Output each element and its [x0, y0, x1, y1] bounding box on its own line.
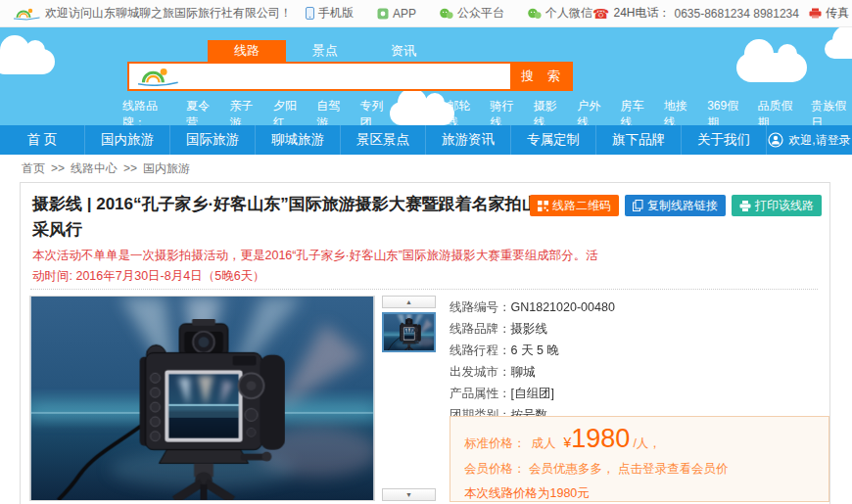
user-icon [768, 132, 783, 148]
qr-code-button[interactable]: 线路二维码 [530, 195, 619, 216]
category-links-row: 线路品牌： 夏令营 亲子游 夕阳红 自驾游 专列团 包机线 邮轮线 骑行线 摄影… [122, 98, 852, 125]
search-input[interactable] [184, 64, 512, 89]
fax-label: 传真： [826, 5, 852, 22]
route-detail-panel: 摄影线 | 2016“孔子家乡·好客山东”国际旅游摄影大赛暨跟着名家拍山东威海采… [20, 182, 830, 504]
member-price-label: 会员价格： [464, 462, 526, 476]
info-row-attribute: 产品属性：[自组团] [450, 388, 615, 400]
main-nav: 首 页 国内旅游 国际旅游 聊城旅游 景区景点 旅游资讯 专属定制 旗下品牌 关… [0, 125, 852, 155]
adult-label: 成人 [532, 435, 556, 452]
category-link[interactable]: 户外线 [577, 98, 607, 125]
thumbnail-scroll-up-button[interactable]: ▲ [382, 296, 436, 308]
category-link[interactable]: 369假期 [707, 98, 744, 125]
printer-icon [739, 201, 751, 211]
app-icon [377, 8, 389, 20]
nav-item-home[interactable]: 首 页 [0, 125, 85, 155]
category-link[interactable]: 包机线 [403, 98, 434, 125]
nav-item-custom[interactable]: 专属定制 [511, 125, 596, 155]
public-platform-link[interactable]: 公众平台 [440, 5, 504, 22]
thumbnail-scroll-down-button[interactable]: ▼ [382, 488, 436, 501]
thumbnail-camera[interactable] [382, 312, 436, 352]
tab-spots[interactable]: 景点 [286, 40, 364, 62]
fax-icon [809, 8, 822, 19]
welcome-text: 欢迎访问山东聊城聊之旅国际旅行社有限公司！ [45, 5, 292, 22]
tab-news[interactable]: 资讯 [364, 40, 443, 62]
route-photo-camera[interactable] [29, 296, 375, 501]
category-link[interactable]: 品质假期 [757, 98, 798, 125]
search-button[interactable]: 搜 索 [510, 64, 571, 89]
info-row-brand: 线路品牌：摄影线 [450, 323, 615, 336]
tab-routes[interactable]: 线路 [208, 40, 286, 62]
nav-item-scenic-spots[interactable]: 景区景点 [341, 125, 426, 155]
activity-notice: 本次活动不单单是一次摄影拍摄活动，更是2016“孔子家乡·好客山东”国际旅游摄影… [32, 246, 600, 287]
banner: 线路 景点 资讯 搜 索 线路品牌： 夏令营 亲子游 夕阳红 自驾游 专列团 包… [0, 27, 852, 125]
copy-icon [633, 200, 643, 211]
category-link[interactable]: 贵族假日 [811, 98, 852, 125]
standard-price-label: 标准价格： [464, 435, 526, 452]
hotline: ☎ 24H电话： 0635-8681234 8981234 [592, 5, 799, 22]
app-link[interactable]: APP [377, 7, 416, 21]
price-amount: 1980 [571, 427, 630, 450]
category-link[interactable]: 摄影线 [534, 98, 564, 125]
currency-symbol: ¥ [564, 435, 572, 450]
phone-icon: ☎ [592, 7, 609, 21]
category-link[interactable]: 自驾游 [316, 98, 347, 125]
category-link[interactable]: 骑行线 [491, 98, 521, 125]
nav-item-travel-news[interactable]: 旅游资讯 [426, 125, 511, 155]
site-logo-icon [12, 5, 41, 23]
mobile-version-link[interactable]: 手机版 [306, 5, 354, 22]
wechat-icon [440, 8, 453, 20]
route-duration: 6 天 5 晚 [511, 344, 559, 357]
info-row-duration: 线路行程：6 天 5 晚 [450, 344, 615, 357]
price-box: 标准价格： 成人 ¥ 1980 /人， 会员价格： 会员优惠多多， 点击登录查看… [450, 416, 829, 502]
category-link[interactable]: 专列团 [360, 98, 391, 125]
personal-wechat-link[interactable]: 个人微信 [528, 5, 592, 22]
copy-link-button[interactable]: 复制线路链接 [625, 195, 726, 216]
price-note: 本次线路价格为1980元 [464, 485, 815, 502]
category-link[interactable]: 邮轮线 [447, 98, 477, 125]
nav-item-international[interactable]: 国际旅游 [170, 125, 256, 155]
breadcrumb-route-center[interactable]: 线路中心 [71, 160, 118, 177]
breadcrumb-domestic[interactable]: 国内旅游 [143, 160, 190, 177]
category-link[interactable]: 夕阳红 [273, 98, 304, 125]
route-info-list: 线路编号：GN1821020-00480 线路品牌：摄影线 线路行程：6 天 5… [450, 301, 615, 431]
wechat-icon [528, 8, 542, 20]
nav-item-brands[interactable]: 旗下品牌 [596, 125, 682, 155]
nav-item-domestic[interactable]: 国内旅游 [85, 125, 170, 155]
breadcrumb-separator: >> [51, 161, 65, 175]
login-to-view-member-price-link[interactable]: 点击登录查看会员价 [618, 462, 729, 476]
print-route-button[interactable]: 打印该线路 [732, 195, 822, 216]
nav-item-about[interactable]: 关于我们 [682, 125, 767, 155]
standard-price-row: 标准价格： 成人 ¥ 1980 /人， [464, 427, 815, 452]
breadcrumb: 首页 >> 线路中心 >> 国内旅游 [0, 155, 852, 182]
route-actions: 线路二维码 复制线路链接 打印该线路 [530, 195, 822, 216]
category-label: 线路品牌： [122, 98, 173, 125]
cloud-decoration [736, 53, 807, 82]
page: 欢迎访问山东聊城聊之旅国际旅行社有限公司！ 手机版 APP 公众平台 个人微信 … [0, 0, 852, 504]
breadcrumb-home[interactable]: 首页 [22, 160, 45, 177]
category-link[interactable]: 夏令营 [186, 98, 216, 125]
departure-city: 聊城 [511, 365, 536, 379]
member-price-row: 会员价格： 会员优惠多多， 点击登录查看会员价 [464, 461, 815, 478]
nav-item-liaocheng[interactable]: 聊城旅游 [256, 125, 341, 155]
cloud-decoration [0, 49, 55, 74]
top-utility-bar: 欢迎访问山东聊城聊之旅国际旅行社有限公司！ 手机版 APP 公众平台 个人微信 … [0, 0, 852, 27]
search-bar: 搜 索 [127, 62, 573, 91]
qr-icon [538, 201, 548, 211]
member-price-text: 会员优惠多多， [529, 462, 615, 476]
login-text: 欢迎,请登录 [788, 132, 850, 149]
route-brand: 摄影线 [511, 322, 548, 336]
category-link[interactable]: 地接线 [664, 98, 694, 125]
thumbnail-column: ▲ ▼ [381, 296, 438, 501]
product-attribute: [自组团] [511, 387, 554, 400]
search-tabs: 线路 景点 资讯 [208, 40, 443, 62]
dotted-divider [30, 289, 818, 290]
category-link[interactable]: 房车线 [621, 98, 651, 125]
cloud-decoration [825, 39, 852, 59]
login-entry[interactable]: 欢迎,请登录 [767, 125, 852, 155]
site-logo-icon [135, 67, 180, 86]
hotline-numbers: 0635-8681234 8981234 [674, 7, 798, 21]
fax: 传真： 0635-8336665 [809, 5, 852, 22]
route-title: 摄影线 | 2016“孔子家乡·好客山东”国际旅游摄影大赛暨跟着名家拍山东威海采… [32, 192, 600, 243]
category-link[interactable]: 亲子游 [230, 98, 260, 125]
mobile-phone-icon [306, 7, 314, 20]
